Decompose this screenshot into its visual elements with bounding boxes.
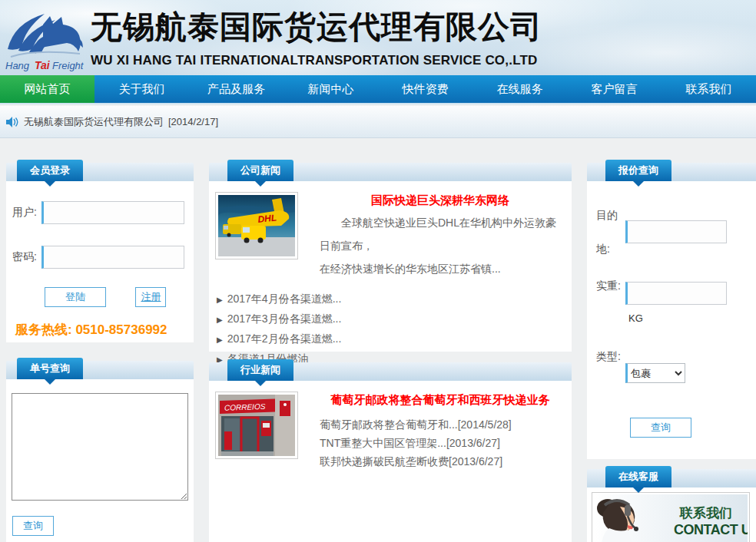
left-column: 会员登录 用户: 密码: 登陆 注册 服务热线: 0510-85736992 单… xyxy=(6,163,194,542)
company-news-list-item[interactable]: ▶2017年4月份各渠道燃... xyxy=(217,289,565,309)
tracking-header: 单号查询 xyxy=(6,361,194,379)
industry-news-tab: 行业新闻 xyxy=(227,359,293,381)
company-news-summary-1: 全球航空快递业巨头DHL在华机构中外运敦豪日前宣布， xyxy=(320,211,561,257)
company-news-header: 公司新闻 xyxy=(209,163,572,181)
tracking-panel: 单号查询 查询 xyxy=(6,361,194,542)
weight-input[interactable] xyxy=(625,282,727,305)
industry-news-list-item[interactable]: 葡萄牙邮政将整合葡萄牙和...[2014/5/28] xyxy=(320,415,561,434)
tracking-query-button[interactable]: 查询 xyxy=(12,516,54,536)
login-button[interactable]: 登陆 xyxy=(45,287,106,307)
online-service-header: 在线客服 xyxy=(587,469,756,487)
nav-item-contact[interactable]: 联系我们 xyxy=(662,75,756,103)
nav-item-news[interactable]: 新闻中心 xyxy=(284,75,378,103)
triangle-bullet-icon: ▶ xyxy=(217,316,223,324)
industry-news-list-item[interactable]: TNT重整大中国区管理架...[2013/6/27] xyxy=(320,434,561,452)
nav-item-home[interactable]: 网站首页 xyxy=(0,75,94,103)
industry-news-headline[interactable]: 葡萄牙邮政将整合葡萄牙和西班牙快递业务 xyxy=(320,393,561,408)
password-label: 密码: xyxy=(12,250,41,264)
speaker-icon xyxy=(6,117,18,127)
member-login-tab: 会员登录 xyxy=(17,160,83,181)
online-service-panel: 在线客服 xyxy=(587,469,756,542)
destination-input[interactable] xyxy=(625,220,727,243)
company-news-list-item[interactable]: ▶2017年2月份各渠道燃... xyxy=(217,329,565,349)
company-news-panel: 公司新闻 DHL xyxy=(209,163,572,352)
tracking-number-textarea[interactable] xyxy=(12,393,188,501)
service-hotline: 服务热线: 0510-85736992 xyxy=(12,321,187,339)
nav-item-online-service[interactable]: 在线服务 xyxy=(472,75,567,103)
logo-word-hang: Hang xyxy=(5,60,30,71)
username-label: 用户: xyxy=(12,206,41,220)
quote-header: 报价查询 xyxy=(587,163,756,181)
announcement-date: [2014/2/17] xyxy=(168,116,218,127)
parcel-type-select[interactable]: 包裹 xyxy=(625,363,685,383)
type-label: 类型: xyxy=(596,339,625,407)
online-service-tab: 在线客服 xyxy=(605,466,671,487)
member-login-header: 会员登录 xyxy=(6,163,194,181)
site-header: Hang Tai Freight 无锡航泰国际货运代理有限公司 WU XI HA… xyxy=(0,0,756,75)
dhl-plane-image: DHL xyxy=(218,195,295,256)
dhl-brand-text: DHL xyxy=(257,212,277,225)
contact-cn-text: 联系我们 xyxy=(678,506,732,521)
announcement-text[interactable]: 无锡航泰国际货运代理有限公司 xyxy=(24,115,164,129)
triangle-bullet-icon: ▶ xyxy=(217,335,223,344)
quote-panel: 报价查询 目的地: 实重: KG 类型: 包裹 xyxy=(587,163,756,459)
nav-item-guestbook[interactable]: 客户留言 xyxy=(567,75,662,103)
nav-item-about[interactable]: 关于我们 xyxy=(94,75,189,103)
announcement-bar: 无锡航泰国际货运代理有限公司 [2014/2/17] xyxy=(0,106,756,138)
industry-news-featured-image[interactable]: CORREIOS xyxy=(215,392,298,459)
company-logo: Hang Tai Freight xyxy=(3,3,89,74)
weight-label: 实重: xyxy=(596,269,625,336)
middle-column: 公司新闻 DHL xyxy=(209,163,572,542)
contact-en-text: CONTACT US xyxy=(674,522,748,537)
quote-query-button[interactable]: 查询 xyxy=(630,418,691,438)
company-news-headline[interactable]: 国际快递巨头深耕华东网络 xyxy=(320,193,561,208)
nav-item-products[interactable]: 产品及服务 xyxy=(189,75,284,103)
logo-word-tai: Tai xyxy=(35,59,51,71)
company-news-summary-2: 在经济快速增长的华东地区江苏省镇... xyxy=(320,257,561,280)
company-news-tab: 公司新闻 xyxy=(227,160,293,181)
quote-tab: 报价查询 xyxy=(605,160,671,181)
weight-unit-label: KG xyxy=(628,312,727,324)
username-input[interactable] xyxy=(41,201,184,224)
logo-word-freight: Freight xyxy=(52,60,85,71)
nav-item-rates[interactable]: 快件资费 xyxy=(378,75,472,103)
triangle-bullet-icon: ▶ xyxy=(217,296,223,304)
main-nav: 网站首页 关于我们 产品及服务 新闻中心 快件资费 在线服务 客户留言 联系我们 xyxy=(0,75,756,104)
company-news-featured-image[interactable]: DHL xyxy=(215,192,298,259)
member-login-panel: 会员登录 用户: 密码: 登陆 注册 服务热线: 0510-85736992 xyxy=(6,163,194,342)
right-column: 报价查询 目的地: 实重: KG 类型: 包裹 xyxy=(587,163,756,542)
customer-service-image: 联系我们 CONTACT US xyxy=(594,494,748,542)
company-news-list-item[interactable]: ▶2017年3月份各渠道燃... xyxy=(217,309,565,329)
tracking-tab: 单号查询 xyxy=(17,358,83,379)
company-name-en: WU XI HANG TAI ITERNATIONALTRANSPORTATIO… xyxy=(91,53,751,68)
industry-news-header: 行业新闻 xyxy=(209,362,572,381)
correios-sign-text: CORREIOS xyxy=(224,402,266,412)
password-input[interactable] xyxy=(41,246,184,269)
horse-icon xyxy=(8,14,83,54)
contact-us-banner[interactable]: 联系我们 CONTACT US xyxy=(592,492,750,542)
industry-news-list-item[interactable]: 联邦快递撕破民航垄断收费[2013/6/27] xyxy=(320,452,561,471)
company-name-cn: 无锡航泰国际货运代理有限公司 xyxy=(91,6,751,48)
industry-news-panel: 行业新闻 CORREIOS xyxy=(209,362,572,542)
correios-store-image: CORREIOS xyxy=(218,395,295,456)
register-button[interactable]: 注册 xyxy=(135,287,166,307)
destination-label: 目的地: xyxy=(596,198,625,266)
